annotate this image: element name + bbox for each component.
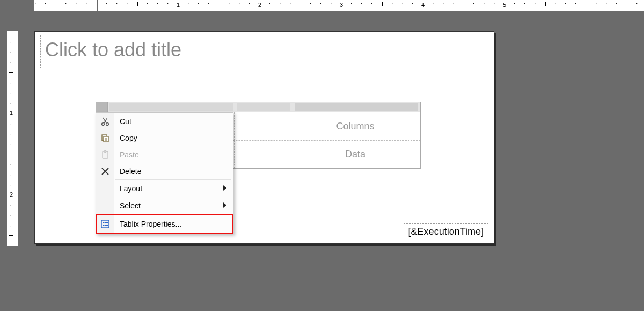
- ruler-number: 3: [340, 2, 343, 8]
- menu-label: Copy: [120, 134, 137, 142]
- ruler-tick-minor: [199, 2, 201, 4]
- ruler-tick-minor: [637, 2, 640, 4]
- ruler-tick-minor: [188, 2, 191, 4]
- ruler-tick-minor: [250, 2, 252, 4]
- paste-icon: [100, 150, 110, 160]
- menu-label: Delete: [120, 167, 141, 176]
- ruler-tick-minor: [86, 2, 89, 4]
- tablix-data-cell[interactable]: Data: [290, 141, 420, 168]
- ruler-tick-minor: [535, 2, 538, 4]
- ruler-origin-marker: [97, 0, 98, 11]
- ruler-tick-minor: [229, 2, 232, 4]
- ruler-tick-minor: [9, 215, 12, 218]
- ruler-tick-minor: [433, 2, 436, 4]
- menu-label: Cut: [120, 117, 131, 126]
- ruler-tick-minor: [9, 123, 12, 126]
- tablix-col-handle-3[interactable]: [295, 103, 418, 111]
- menu-item-select[interactable]: Select: [96, 197, 233, 214]
- ruler-tick-minor: [9, 133, 12, 136]
- tablix-col-handle-1[interactable]: [109, 103, 233, 111]
- tablix-cell[interactable]: [235, 112, 290, 140]
- ruler-tick: [301, 2, 301, 6]
- ruler-tick-minor: [168, 2, 171, 4]
- ruler-tick-minor: [35, 2, 38, 4]
- menu-label: Select: [120, 201, 141, 210]
- ruler-tick-minor: [596, 2, 599, 4]
- svg-rect-12: [103, 222, 105, 223]
- svg-rect-8: [104, 150, 106, 152]
- ruler-tick-minor: [352, 2, 354, 4]
- ruler-tick-minor: [270, 2, 273, 4]
- menu-item-tablix-properties[interactable]: Tablix Properties...: [96, 214, 233, 234]
- svg-point-0: [102, 122, 105, 125]
- ruler-tick: [137, 2, 138, 6]
- ruler-tick-minor: [555, 2, 558, 4]
- ruler-tick-minor: [494, 2, 497, 4]
- menu-item-delete[interactable]: Delete: [96, 163, 233, 179]
- menu-item-cut[interactable]: Cut: [96, 113, 233, 129]
- ruler-tick-minor: [606, 2, 609, 4]
- vertical-ruler[interactable]: 12: [7, 31, 18, 246]
- ruler-tick-minor: [239, 2, 242, 4]
- report-title-placeholder[interactable]: Click to add title: [40, 35, 480, 68]
- ruler-number: 2: [258, 2, 261, 8]
- tablix-select-all-handle[interactable]: [96, 102, 108, 112]
- tablix-col-handle-2[interactable]: [237, 103, 290, 111]
- ruler-tick-minor: [331, 2, 334, 4]
- ruler-tick-minor: [566, 2, 568, 4]
- ruler-tick-minor: [76, 2, 79, 4]
- ruler-tick-minor: [392, 2, 395, 4]
- ruler-tick: [627, 2, 627, 6]
- ruler-tick-minor: [290, 2, 293, 4]
- ruler-number: 4: [421, 2, 425, 8]
- submenu-arrow-icon: [223, 202, 226, 208]
- ruler-tick-minor: [158, 2, 160, 4]
- delete-icon: [100, 167, 110, 176]
- ruler-tick-minor: [9, 52, 12, 54]
- ruler-tick-minor: [362, 2, 364, 4]
- page-footer-execution-time[interactable]: [&ExecutionTime]: [404, 223, 488, 240]
- ruler-tick: [9, 72, 13, 73]
- svg-rect-14: [103, 225, 105, 226]
- ruler-tick-minor: [209, 2, 211, 4]
- menu-label: Paste: [120, 150, 139, 159]
- ruler-tick-minor: [280, 2, 283, 4]
- ruler-tick-minor: [525, 2, 528, 4]
- ruler-tick-minor: [9, 205, 12, 207]
- ruler-tick: [219, 2, 219, 6]
- cut-icon: [100, 117, 110, 126]
- svg-point-1: [106, 122, 109, 125]
- ruler-tick-minor: [372, 2, 375, 4]
- ruler-tick-minor: [9, 62, 12, 64]
- ruler-tick-minor: [321, 2, 324, 4]
- ruler-tick-minor: [9, 82, 12, 85]
- menu-item-copy[interactable]: Copy: [96, 129, 233, 146]
- tablix-column-handles[interactable]: [96, 102, 421, 112]
- ruler-tick: [464, 2, 464, 6]
- ruler-tick: [9, 235, 13, 236]
- menu-item-paste: Paste: [96, 146, 233, 163]
- ruler-tick-minor: [402, 2, 405, 4]
- ruler-tick: [9, 154, 13, 154]
- menu-item-layout[interactable]: Layout: [96, 180, 233, 197]
- properties-icon: [100, 219, 110, 229]
- ruler-tick-minor: [576, 2, 579, 4]
- horizontal-ruler[interactable]: 12345: [34, 0, 644, 11]
- menu-label: Layout: [120, 184, 142, 193]
- ruler-tick-minor: [46, 2, 48, 4]
- ruler-tick-minor: [9, 184, 12, 187]
- ruler-tick-minor: [66, 2, 69, 4]
- tablix-columns-cell[interactable]: Columns: [290, 112, 420, 140]
- ruler-number: 1: [10, 110, 13, 116]
- ruler-tick-minor: [9, 41, 12, 44]
- ruler-tick-minor: [9, 225, 12, 228]
- menu-label: Tablix Properties...: [120, 220, 181, 228]
- ruler-tick-minor: [9, 164, 12, 167]
- tablix-cell[interactable]: [235, 141, 290, 168]
- ruler-tick-minor: [443, 2, 446, 4]
- ruler-tick-minor: [9, 103, 12, 105]
- ruler-number: 5: [503, 2, 506, 8]
- ruler-tick: [545, 2, 546, 6]
- ruler-tick-minor: [117, 2, 120, 4]
- ruler-tick-minor: [515, 2, 517, 4]
